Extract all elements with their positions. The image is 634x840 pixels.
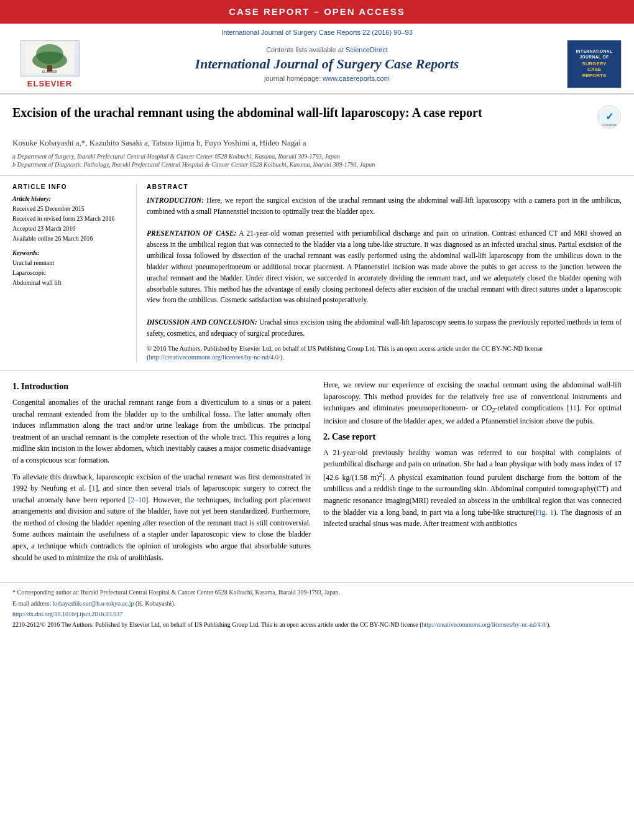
article-title: Excision of the urachal remnant using th… [12,104,597,121]
elsevier-logo-img: ELSEVIER [21,40,80,76]
footer-email-link[interactable]: kobayashik-sur@h.u-tokyo.ac.jp [53,600,134,607]
article-title-row: Excision of the urachal remnant using th… [12,104,622,132]
doi-link[interactable]: http://dx.doi.org/10.1016/j.ijscr.2016.0… [12,611,122,617]
section2-para1: A 21-year-old previously healthy woman w… [323,447,622,530]
article-authors: Kosuke Kobayashi a,*, Kazuhito Sasaki a,… [12,138,622,148]
sciencedirect-link[interactable]: ScienceDirect [346,46,388,53]
footer-open-access: 2210-2612/© 2016 The Authors. Published … [12,620,622,629]
header-bar-text: CASE REPORT – OPEN ACCESS [229,6,405,17]
journal-header: International Journal of Surgery Case Re… [0,24,634,95]
journal-homepage: journal homepage: www.casereports.com [93,75,561,82]
body-left-col: 1. Introduction Congenital anomalies of … [12,379,311,568]
journal-title: International Journal of Surgery Case Re… [93,56,561,72]
crossmark-svg: ✓ CrossMark [597,104,622,129]
affiliations: a Department of Surgery, Ibaraki Prefect… [12,153,622,168]
header-bar: CASE REPORT – OPEN ACCESS [0,0,634,24]
body-two-col: 1. Introduction Congenital anomalies of … [12,379,622,568]
journal-top-row: ELSEVIER ELSEVIER Contents lists availab… [12,40,622,88]
abstract-text: INTRODUCTION: Here, we report the surgic… [147,195,622,339]
footer-section: * Corresponding author at: Ibaraki Prefe… [0,582,634,634]
footer-license-link[interactable]: http://creativecommons.org/licenses/by-n… [422,621,547,628]
abstract-intro-label: INTRODUCTION: [147,196,204,204]
section1-right-para1: Here, we review our experience of excisi… [323,379,622,427]
section1-para1: Congenital anomalies of the urachal remn… [12,397,311,466]
journal-badge: INTERNATIONAL JOURNAL OF SURGERY CASE RE… [567,40,622,88]
crossmark-icon: ✓ CrossMark [597,104,622,132]
copyright-link[interactable]: http://creativecommons.org/licenses/by-n… [149,354,281,361]
article-title-section: Excision of the urachal remnant using th… [0,95,634,176]
elsevier-tree-icon: ELSEVIER [25,43,75,74]
ref11-link[interactable]: 11 [569,404,577,412]
abstract-heading: ABSTRACT [147,183,622,190]
journal-center: Contents lists available at ScienceDirec… [87,46,567,82]
journal-homepage-link[interactable]: www.casereports.com [323,75,390,82]
footer-corresponding: * Corresponding author at: Ibaraki Prefe… [12,588,622,608]
ref1-link[interactable]: 1 [91,484,95,492]
body-right-col: Here, we review our experience of excisi… [323,379,622,568]
journal-doi: International Journal of Surgery Case Re… [12,29,622,36]
affiliation-a: a Department of Surgery, Ibaraki Prefect… [12,153,622,160]
body-content: 1. Introduction Congenital anomalies of … [0,371,634,577]
abstract-discussion-label: DISCUSSION AND CONCLUSION: [147,318,257,326]
footer-doi: http://dx.doi.org/10.1016/j.ijscr.2016.0… [12,611,622,617]
section1-para2: To alleviate this drawback, laparoscopic… [12,471,311,564]
history-text: Received 25 December 2015 Received in re… [12,204,129,243]
elsevier-label: ELSEVIER [27,79,72,88]
svg-text:ELSEVIER: ELSEVIER [42,70,58,73]
article-info-abstract-section: ARTICLE INFO Article history: Received 2… [0,176,634,371]
history-label: Article history: [12,195,129,202]
keywords-group: Keywords: Urachal remnant Laparoscopic A… [12,249,129,287]
article-info-col: ARTICLE INFO Article history: Received 2… [12,183,137,362]
keywords-label: Keywords: [12,249,129,256]
journal-logo-left: ELSEVIER ELSEVIER [12,40,87,88]
abstract-case-text: A 21-year-old woman presented with periu… [147,229,622,303]
badge-title: SURGERY CASE REPORTS [582,61,606,79]
affiliation-b: b Department of Diagnostic Pathology, Ib… [12,161,622,168]
svg-text:✓: ✓ [605,111,613,122]
ref2-10-link[interactable]: 2–10 [131,496,145,504]
keywords-text: Urachal remnant Laparoscopic Abdominal w… [12,258,129,287]
article-history-group: Article history: Received 25 December 20… [12,195,129,243]
svg-text:CrossMark: CrossMark [602,123,617,127]
badge-label-top: INTERNATIONAL JOURNAL OF [576,48,612,60]
fig1-link[interactable]: Fig. 1 [535,508,553,517]
abstract-col: ABSTRACT INTRODUCTION: Here, we report t… [147,183,622,362]
section1-heading: 1. Introduction [12,382,311,392]
abstract-case-label: PRESENTATION OF CASE: [147,229,236,237]
journal-contents-text: Contents lists available at ScienceDirec… [93,46,561,53]
abstract-intro-text: Here, we report the surgical excision of… [147,196,622,215]
article-info-heading: ARTICLE INFO [12,183,129,190]
abstract-copyright: © 2016 The Authors. Published by Elsevie… [147,344,622,362]
section2-heading: 2. Case report [323,432,622,442]
